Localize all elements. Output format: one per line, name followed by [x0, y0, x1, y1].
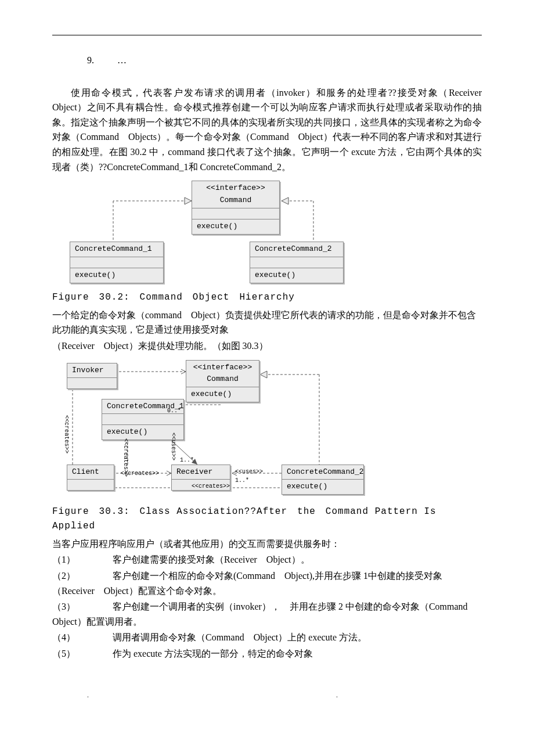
figure-30-2-diagram: <<interface>> Command execute() Concrete…	[52, 178, 354, 288]
svg-marker-11	[260, 371, 267, 378]
list-number: 9.	[87, 55, 94, 65]
uml-concrete-command-1: ConcreteCommand_1 execute()	[70, 242, 164, 283]
interface-stereotype: <<interface>>	[206, 183, 265, 192]
label-creates-vert: <<creates>>	[62, 415, 71, 453]
paragraph-2a: 一个给定的命令对象（command Object）负责提供处理它所代表的请求的功…	[52, 308, 482, 337]
paragraph-3: 当客户应用程序响应用户（或者其他应用）的交互而需要提供服务时：	[52, 537, 482, 552]
interface-name: Command	[220, 196, 252, 204]
class-method: execute()	[75, 271, 116, 279]
uml-command-interface: <<interface>> Command execute()	[192, 181, 280, 234]
class-method: execute()	[287, 482, 327, 491]
class-name: ConcreteCommand_2	[287, 467, 364, 476]
step-5: （5） 作为 execute 方法实现的一部分，特定的命令对象	[52, 646, 482, 661]
uml-concrete-command-2b: ConcreteCommand_2 execute()	[282, 465, 364, 495]
figure-30-2-caption: Figure 30.2: Command Object Hierarchy	[52, 290, 482, 305]
figure-30-3-diagram: Invoker <<interface>> Command execute() …	[52, 357, 366, 502]
uml-concrete-command-2: ConcreteCommand_2 execute()	[250, 242, 344, 283]
svg-marker-2	[185, 197, 192, 204]
step-1: （1） 客户创建需要的接受对象（Receiver Object）。	[52, 552, 482, 567]
ellipsis: …	[117, 55, 127, 65]
paragraph-2b: （Receiver Object）来提供处理功能。（如图 30.3）	[52, 339, 482, 354]
class-name: Receiver	[176, 467, 212, 476]
svg-marker-5	[282, 197, 288, 204]
figure-30-3-caption: Figure 30.3: Class Association??After th…	[52, 505, 482, 534]
label-creates-2: <<creates>>	[192, 482, 230, 491]
uml-invoker: Invoker	[67, 363, 117, 390]
class-method: execute()	[107, 427, 147, 436]
label-creates-vert2: <<creates>>	[121, 438, 130, 477]
interface-method: execute()	[191, 390, 232, 398]
class-name: ConcreteCommand_2	[255, 244, 332, 253]
uml-command-interface-2: <<interface>> Command execute()	[186, 360, 259, 402]
label-uses-1: <<uses>>	[235, 467, 263, 477]
label-mult-1star-b: 1..*	[235, 476, 249, 485]
class-name: Client	[72, 467, 99, 476]
step-4: （4） 调用者调用命令对象（Command Object）上的 execute …	[52, 630, 482, 645]
class-name: Invoker	[72, 366, 104, 375]
step-2: （2） 客户创建一个相应的命令对象(Command Object),并用在步骤 …	[52, 568, 482, 598]
label-uses-vert: <<uses>>	[168, 433, 178, 460]
step-3: （3） 客户创建一个调用者的实例（invoker）， 并用在步骤 2 中创建的命…	[52, 599, 482, 629]
page-container: 9. … 使用命令模式，代表客户发布请求的调用者（invoker）和服务的处理者…	[0, 0, 534, 725]
interface-stereotype: <<interface>>	[193, 363, 252, 372]
paragraph-1: 使用命令模式，代表客户发布请求的调用者（invoker）和服务的处理者??接受对…	[52, 85, 482, 175]
footer-dots: . . .	[52, 690, 482, 701]
interface-method: execute()	[197, 222, 237, 231]
list-number-line: 9. …	[52, 53, 482, 68]
label-mult-0star: 0..*	[167, 406, 181, 416]
label-mult-1star-a: 1..*	[180, 456, 194, 465]
class-method: execute()	[255, 271, 295, 279]
uml-client: Client	[67, 465, 114, 491]
top-rule	[52, 35, 482, 35]
interface-name: Command	[207, 375, 239, 383]
class-name: ConcreteCommand_1	[75, 244, 152, 253]
